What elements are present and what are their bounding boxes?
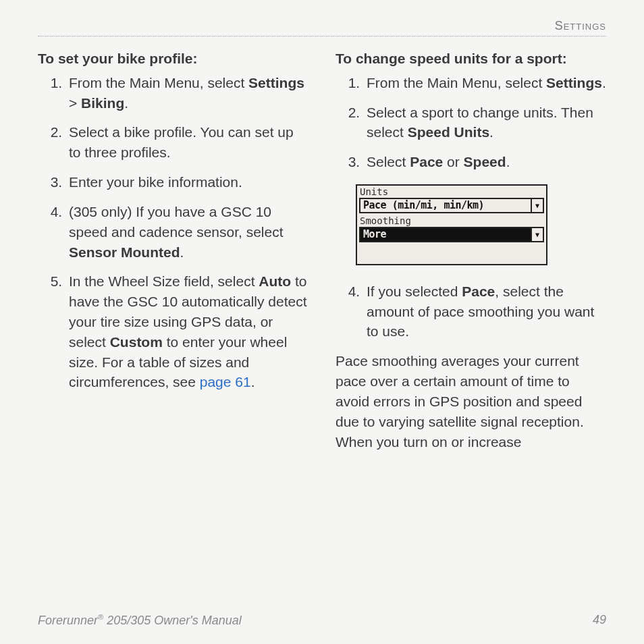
lcd-smoothing-field: More ▼ bbox=[359, 227, 544, 242]
right-title: To change speed units for a sport: bbox=[336, 49, 606, 69]
lcd-smoothing-value: More bbox=[360, 228, 531, 241]
left-steps: From the Main Menu, select Settings > Bi… bbox=[38, 73, 308, 392]
lcd-units-value: Pace (min/mi, min/km) bbox=[360, 199, 531, 212]
left-column: To set your bike profile: From the Main … bbox=[38, 49, 308, 452]
lcd-smoothing-label: Smoothing bbox=[357, 215, 546, 226]
header-section-label: Settings bbox=[38, 19, 606, 36]
lcd-units-label: Units bbox=[357, 186, 546, 197]
right-step-3: Select Pace or Speed. bbox=[364, 152, 606, 172]
footer-product: Forerunner® 205/305 Owner's Manual bbox=[38, 613, 242, 628]
left-step-5: In the Wheel Size field, select Auto to … bbox=[66, 271, 308, 392]
right-step-1: From the Main Menu, select Settings. bbox=[364, 73, 606, 93]
header-text: Settings bbox=[555, 19, 606, 32]
left-title: To set your bike profile: bbox=[38, 49, 308, 69]
right-step-4: If you selected Pace, select the amount … bbox=[364, 281, 606, 342]
right-steps-b: If you selected Pace, select the amount … bbox=[336, 281, 606, 342]
page-link[interactable]: page 61 bbox=[200, 374, 251, 390]
left-step-1: From the Main Menu, select Settings > Bi… bbox=[66, 73, 308, 113]
right-step-2: Select a sport to change units. Then sel… bbox=[364, 103, 606, 143]
content-columns: To set your bike profile: From the Main … bbox=[38, 49, 606, 452]
left-step-3: Enter your bike information. bbox=[66, 172, 308, 192]
pace-smoothing-paragraph: Pace smoothing averages your current pac… bbox=[336, 351, 606, 452]
lcd-units-field: Pace (min/mi, min/km) ▼ bbox=[359, 198, 544, 213]
dropdown-icon: ▼ bbox=[531, 199, 543, 212]
page-footer: Forerunner® 205/305 Owner's Manual 49 bbox=[38, 613, 606, 628]
footer-page-number: 49 bbox=[593, 613, 606, 628]
right-steps-a: From the Main Menu, select Settings. Sel… bbox=[336, 73, 606, 172]
left-step-4: (305 only) If you have a GSC 10 speed an… bbox=[66, 202, 308, 262]
device-screenshot: Units Pace (min/mi, min/km) ▼ Smoothing … bbox=[356, 184, 547, 265]
right-column: To change speed units for a sport: From … bbox=[336, 49, 606, 452]
manual-page: Settings To set your bike profile: From … bbox=[0, 0, 644, 644]
dropdown-icon: ▼ bbox=[531, 228, 543, 241]
left-step-2: Select a bike profile. You can set up to… bbox=[66, 122, 308, 163]
